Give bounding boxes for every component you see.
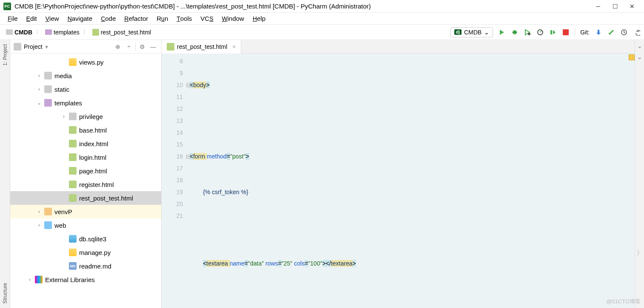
tree-row[interactable]: views.py: [10, 55, 161, 69]
stop-button[interactable]: [562, 28, 570, 36]
tree-label: index.html: [79, 140, 108, 147]
project-panel-title[interactable]: Project ▾: [14, 43, 48, 51]
html-icon: [69, 167, 77, 175]
tree-row[interactable]: ›External Libraries: [10, 273, 161, 286]
line-number[interactable]: 14: [162, 127, 183, 138]
line-number[interactable]: 18: [162, 174, 183, 186]
expand-arrow-icon[interactable]: ›: [37, 209, 42, 215]
minimize-button[interactable]: ─: [590, 0, 607, 13]
tree-row[interactable]: ›static: [10, 82, 161, 96]
menu-refactor[interactable]: Refactor: [120, 14, 152, 23]
line-gutter[interactable]: 89101112131415161718192021: [162, 54, 187, 308]
chevron-down-icon[interactable]: ⌄: [637, 54, 642, 60]
menu-vcs[interactable]: VCS: [196, 14, 217, 23]
line-number[interactable]: 13: [162, 115, 183, 127]
tree-label: media: [54, 72, 72, 79]
menu-navigate[interactable]: Navigate: [63, 14, 97, 23]
menu-window[interactable]: Window: [218, 14, 248, 23]
crumb-sep-icon: 〉: [83, 28, 89, 36]
menu-file[interactable]: File: [3, 14, 22, 23]
line-number[interactable]: 19: [162, 186, 183, 198]
menu-help[interactable]: Help: [248, 14, 270, 23]
tree-row[interactable]: register.html: [10, 178, 161, 191]
fold-icon: [69, 113, 77, 120]
code-content[interactable]: ⊟<body> ⊟<form method="post"> {% csrf_to…: [187, 54, 644, 308]
tree-row[interactable]: db.sqlite3: [10, 232, 161, 246]
line-number[interactable]: 21: [162, 210, 183, 222]
menu-edit[interactable]: Edit: [22, 14, 41, 23]
close-button[interactable]: ✕: [624, 0, 641, 13]
maximize-button[interactable]: ☐: [607, 0, 624, 13]
line-number[interactable]: 8: [162, 55, 183, 67]
window-title: CMDB [E:\PythonProject\new-python\python…: [14, 3, 590, 10]
debug-button[interactable]: [511, 28, 519, 36]
project-panel: Project ▾ ⊕ ÷ ⚙ — views.py›media›static⌄…: [10, 40, 162, 308]
expand-arrow-icon[interactable]: ›: [27, 277, 32, 283]
expand-all-button[interactable]: ÷: [124, 42, 134, 51]
run-config-selector[interactable]: dj CMDB ⌄: [450, 27, 493, 37]
code-editor[interactable]: 89101112131415161718192021 ⊟<body> ⊟<for…: [162, 54, 644, 308]
tree-row[interactable]: manage.py: [10, 246, 161, 259]
line-number[interactable]: 17: [162, 162, 183, 174]
git-history-button[interactable]: [620, 28, 628, 36]
tree-label: login.html: [79, 154, 106, 161]
editor-tab[interactable]: rest_post_test.html ×: [162, 40, 241, 54]
chevron-right-icon[interactable]: 〉: [637, 249, 643, 257]
line-number[interactable]: 20: [162, 198, 183, 210]
git-label: Git:: [580, 29, 590, 36]
tree-row[interactable]: ›web: [10, 218, 161, 232]
close-tab-button[interactable]: ×: [232, 43, 236, 50]
line-number[interactable]: 11: [162, 91, 183, 103]
gear-icon[interactable]: ⚙: [137, 42, 147, 51]
line-number[interactable]: 10: [162, 79, 183, 91]
folder-icon: [45, 29, 52, 35]
project-tree[interactable]: views.py›media›static⌄templates›privileg…: [10, 54, 161, 308]
line-number[interactable]: 9: [162, 67, 183, 79]
git-commit-button[interactable]: [607, 28, 615, 36]
chevron-down-icon[interactable]: ⌄: [637, 42, 642, 49]
profile-button[interactable]: [536, 28, 544, 36]
tree-row[interactable]: ›media: [10, 69, 161, 82]
menu-view[interactable]: View: [41, 14, 63, 23]
attach-button[interactable]: [549, 28, 557, 36]
select-file-button[interactable]: ⊕: [113, 42, 123, 51]
tree-row[interactable]: MDreadme.md: [10, 259, 161, 273]
tree-label: templates: [54, 99, 82, 107]
expand-arrow-icon[interactable]: ⌄: [37, 100, 42, 106]
expand-arrow-icon[interactable]: ›: [37, 222, 42, 228]
git-revert-button[interactable]: [633, 28, 641, 36]
crumb-sep-icon: 〉: [36, 28, 42, 36]
structure-tool-button[interactable]: Structure: [2, 283, 8, 304]
tree-row[interactable]: ›privilege: [10, 110, 161, 123]
md-icon: MD: [69, 262, 77, 270]
menu-run[interactable]: Run: [152, 14, 172, 23]
tree-row[interactable]: page.html: [10, 164, 161, 178]
expand-arrow-icon[interactable]: ›: [37, 73, 42, 79]
expand-arrow-icon[interactable]: ›: [61, 113, 66, 119]
db-icon: [69, 235, 77, 243]
editor-area: rest_post_test.html × ⋮ 8910111213141516…: [162, 40, 644, 308]
tree-row[interactable]: index.html: [10, 137, 161, 150]
tree-row[interactable]: ⌄templates: [10, 96, 161, 110]
tree-row[interactable]: rest_post_test.html: [10, 191, 161, 205]
tree-row[interactable]: login.html: [10, 150, 161, 164]
line-number[interactable]: 12: [162, 103, 183, 115]
run-button[interactable]: [498, 28, 506, 36]
line-number[interactable]: 15: [162, 138, 183, 150]
git-update-button[interactable]: [595, 28, 602, 36]
crumb-file[interactable]: rest_post_test.html: [90, 28, 154, 37]
expand-arrow-icon[interactable]: ›: [37, 86, 42, 92]
menu-code[interactable]: Code: [97, 14, 120, 23]
chevron-down-icon: ▾: [45, 43, 48, 50]
crumb-root[interactable]: CMDB: [3, 28, 35, 37]
project-tool-button[interactable]: 1: Project: [2, 44, 8, 66]
tree-row[interactable]: ›venvP: [10, 205, 161, 218]
line-number[interactable]: 16: [162, 150, 183, 162]
html-file-icon: [167, 43, 174, 51]
editor-tabbar: rest_post_test.html × ⋮: [162, 40, 644, 54]
crumb-templates[interactable]: templates: [43, 28, 82, 37]
hide-panel-button[interactable]: —: [148, 42, 158, 51]
tree-row[interactable]: base.html: [10, 123, 161, 137]
menu-tools[interactable]: Tools: [172, 14, 196, 23]
run-coverage-button[interactable]: [524, 28, 531, 36]
